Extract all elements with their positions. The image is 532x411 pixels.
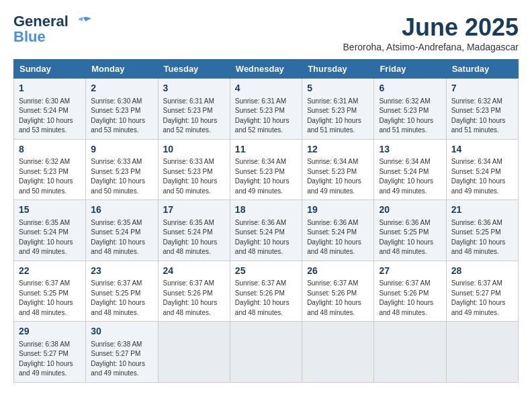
day-number: 29 <box>19 325 81 338</box>
day-info: Sunrise: 6:32 AM Sunset: 5:23 PM Dayligh… <box>19 157 81 196</box>
header-friday: Friday <box>374 60 446 79</box>
logo: General Blue <box>13 13 93 44</box>
calendar-cell: 6 Sunrise: 6:32 AM Sunset: 5:23 PM Dayli… <box>374 79 446 140</box>
calendar-cell: 19 Sunrise: 6:36 AM Sunset: 5:24 PM Dayl… <box>302 200 374 261</box>
calendar-cell: 8 Sunrise: 6:32 AM Sunset: 5:23 PM Dayli… <box>14 139 86 200</box>
calendar-week-2: 8 Sunrise: 6:32 AM Sunset: 5:23 PM Dayli… <box>14 139 519 200</box>
day-number: 30 <box>91 325 152 338</box>
day-number: 16 <box>91 203 152 217</box>
day-number: 22 <box>19 265 81 278</box>
calendar-cell: 24 Sunrise: 6:37 AM Sunset: 5:26 PM Dayl… <box>158 261 230 322</box>
calendar-cell: 1 Sunrise: 6:30 AM Sunset: 5:24 PM Dayli… <box>14 79 86 140</box>
day-number: 18 <box>235 203 297 217</box>
day-info: Sunrise: 6:36 AM Sunset: 5:25 PM Dayligh… <box>451 218 513 257</box>
day-info: Sunrise: 6:32 AM Sunset: 5:23 PM Dayligh… <box>379 97 441 136</box>
calendar-cell: 26 Sunrise: 6:37 AM Sunset: 5:26 PM Dayl… <box>302 261 374 322</box>
calendar-cell: 18 Sunrise: 6:36 AM Sunset: 5:24 PM Dayl… <box>230 200 302 261</box>
calendar: Sunday Monday Tuesday Wednesday Thursday… <box>13 59 519 383</box>
calendar-cell: 14 Sunrise: 6:34 AM Sunset: 5:24 PM Dayl… <box>446 139 518 200</box>
day-info: Sunrise: 6:35 AM Sunset: 5:24 PM Dayligh… <box>19 218 81 257</box>
day-number: 8 <box>19 143 81 156</box>
day-number: 10 <box>163 143 225 156</box>
day-info: Sunrise: 6:38 AM Sunset: 5:27 PM Dayligh… <box>19 340 81 379</box>
day-info: Sunrise: 6:37 AM Sunset: 5:26 PM Dayligh… <box>307 279 369 318</box>
day-info: Sunrise: 6:34 AM Sunset: 5:23 PM Dayligh… <box>235 157 297 196</box>
day-info: Sunrise: 6:36 AM Sunset: 5:25 PM Dayligh… <box>379 218 441 257</box>
calendar-cell <box>302 322 374 383</box>
day-number: 11 <box>235 143 297 156</box>
day-info: Sunrise: 6:37 AM Sunset: 5:27 PM Dayligh… <box>451 279 513 318</box>
day-number: 24 <box>163 265 225 278</box>
calendar-cell: 11 Sunrise: 6:34 AM Sunset: 5:23 PM Dayl… <box>230 139 302 200</box>
day-info: Sunrise: 6:37 AM Sunset: 5:26 PM Dayligh… <box>379 279 441 318</box>
day-info: Sunrise: 6:30 AM Sunset: 5:23 PM Dayligh… <box>91 97 152 136</box>
day-info: Sunrise: 6:33 AM Sunset: 5:23 PM Dayligh… <box>163 157 225 196</box>
calendar-cell: 4 Sunrise: 6:31 AM Sunset: 5:23 PM Dayli… <box>230 79 302 140</box>
day-info: Sunrise: 6:37 AM Sunset: 5:25 PM Dayligh… <box>91 279 152 318</box>
day-number: 27 <box>379 265 441 278</box>
calendar-cell: 2 Sunrise: 6:30 AM Sunset: 5:23 PM Dayli… <box>86 79 158 140</box>
header-monday: Monday <box>86 60 158 79</box>
calendar-cell: 25 Sunrise: 6:37 AM Sunset: 5:26 PM Dayl… <box>230 261 302 322</box>
title-area: June 2025 Beroroha, Atsimo-Andrefana, Ma… <box>343 13 519 52</box>
calendar-cell: 27 Sunrise: 6:37 AM Sunset: 5:26 PM Dayl… <box>374 261 446 322</box>
day-info: Sunrise: 6:36 AM Sunset: 5:24 PM Dayligh… <box>235 218 297 257</box>
day-number: 17 <box>163 203 225 217</box>
day-number: 23 <box>91 265 152 278</box>
day-number: 7 <box>451 82 513 95</box>
subtitle: Beroroha, Atsimo-Andrefana, Madagascar <box>343 42 519 52</box>
day-number: 1 <box>19 82 81 95</box>
day-info: Sunrise: 6:37 AM Sunset: 5:25 PM Dayligh… <box>19 279 81 318</box>
calendar-week-5: 29 Sunrise: 6:38 AM Sunset: 5:27 PM Dayl… <box>14 322 519 383</box>
day-number: 5 <box>307 82 369 95</box>
day-info: Sunrise: 6:34 AM Sunset: 5:23 PM Dayligh… <box>307 157 369 196</box>
day-number: 6 <box>379 82 441 95</box>
calendar-cell: 30 Sunrise: 6:38 AM Sunset: 5:27 PM Dayl… <box>86 322 158 383</box>
day-number: 12 <box>307 143 369 156</box>
day-number: 13 <box>379 143 441 156</box>
header-thursday: Thursday <box>302 60 374 79</box>
calendar-header-row: Sunday Monday Tuesday Wednesday Thursday… <box>14 60 519 79</box>
logo-bird-icon <box>74 16 93 28</box>
calendar-cell: 16 Sunrise: 6:35 AM Sunset: 5:24 PM Dayl… <box>86 200 158 261</box>
calendar-cell: 21 Sunrise: 6:36 AM Sunset: 5:25 PM Dayl… <box>446 200 518 261</box>
header-sunday: Sunday <box>14 60 86 79</box>
day-info: Sunrise: 6:31 AM Sunset: 5:23 PM Dayligh… <box>163 97 225 136</box>
calendar-week-1: 1 Sunrise: 6:30 AM Sunset: 5:24 PM Dayli… <box>14 79 519 140</box>
calendar-cell: 3 Sunrise: 6:31 AM Sunset: 5:23 PM Dayli… <box>158 79 230 140</box>
day-info: Sunrise: 6:30 AM Sunset: 5:24 PM Dayligh… <box>19 97 81 136</box>
calendar-cell <box>446 322 518 383</box>
header-saturday: Saturday <box>446 60 518 79</box>
calendar-cell: 23 Sunrise: 6:37 AM Sunset: 5:25 PM Dayl… <box>86 261 158 322</box>
header: General Blue June 2025 Beroroha, Atsimo-… <box>13 13 519 52</box>
calendar-week-3: 15 Sunrise: 6:35 AM Sunset: 5:24 PM Dayl… <box>14 200 519 261</box>
calendar-cell: 29 Sunrise: 6:38 AM Sunset: 5:27 PM Dayl… <box>14 322 86 383</box>
calendar-cell: 5 Sunrise: 6:31 AM Sunset: 5:23 PM Dayli… <box>302 79 374 140</box>
day-info: Sunrise: 6:32 AM Sunset: 5:23 PM Dayligh… <box>451 97 513 136</box>
day-info: Sunrise: 6:35 AM Sunset: 5:24 PM Dayligh… <box>163 218 225 257</box>
calendar-cell: 12 Sunrise: 6:34 AM Sunset: 5:23 PM Dayl… <box>302 139 374 200</box>
day-number: 15 <box>19 203 81 217</box>
calendar-cell: 20 Sunrise: 6:36 AM Sunset: 5:25 PM Dayl… <box>374 200 446 261</box>
calendar-cell: 10 Sunrise: 6:33 AM Sunset: 5:23 PM Dayl… <box>158 139 230 200</box>
calendar-cell <box>230 322 302 383</box>
day-info: Sunrise: 6:35 AM Sunset: 5:24 PM Dayligh… <box>91 218 152 257</box>
day-number: 14 <box>451 143 513 156</box>
header-tuesday: Tuesday <box>158 60 230 79</box>
calendar-cell: 13 Sunrise: 6:34 AM Sunset: 5:24 PM Dayl… <box>374 139 446 200</box>
day-info: Sunrise: 6:34 AM Sunset: 5:24 PM Dayligh… <box>451 157 513 196</box>
day-number: 4 <box>235 82 297 95</box>
day-info: Sunrise: 6:34 AM Sunset: 5:24 PM Dayligh… <box>379 157 441 196</box>
calendar-cell: 15 Sunrise: 6:35 AM Sunset: 5:24 PM Dayl… <box>14 200 86 261</box>
month-title: June 2025 <box>343 13 519 42</box>
calendar-cell: 9 Sunrise: 6:33 AM Sunset: 5:23 PM Dayli… <box>86 139 158 200</box>
day-info: Sunrise: 6:36 AM Sunset: 5:24 PM Dayligh… <box>307 218 369 257</box>
day-number: 20 <box>379 203 441 217</box>
calendar-cell <box>374 322 446 383</box>
day-info: Sunrise: 6:31 AM Sunset: 5:23 PM Dayligh… <box>307 97 369 136</box>
header-wednesday: Wednesday <box>230 60 302 79</box>
day-number: 19 <box>307 203 369 217</box>
day-number: 2 <box>91 82 152 95</box>
day-number: 9 <box>91 143 152 156</box>
day-info: Sunrise: 6:38 AM Sunset: 5:27 PM Dayligh… <box>91 340 152 379</box>
